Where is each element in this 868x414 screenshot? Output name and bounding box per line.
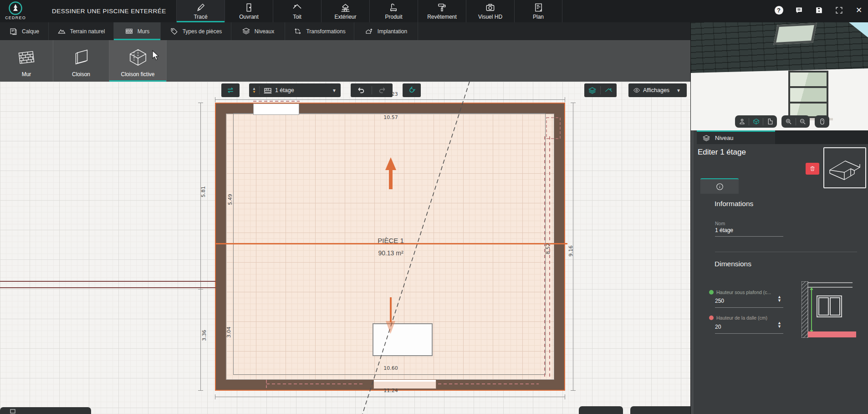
dim-line-bottom — [215, 397, 565, 397]
close-icon[interactable]: ✕ — [854, 5, 863, 15]
roof-view-icon[interactable] — [604, 86, 613, 95]
orbit-3d-icon[interactable] — [752, 118, 760, 125]
cedreo-logo[interactable]: CEDREO — [2, 0, 29, 22]
nom-input[interactable]: 1 étage — [715, 227, 733, 233]
ceiling-height-input[interactable]: 250 — [715, 298, 724, 304]
dim-line-left — [200, 103, 201, 391]
dim-tick — [215, 97, 215, 102]
fullscreen-icon[interactable] — [834, 5, 843, 15]
feedback-icon[interactable] — [794, 5, 803, 15]
wall-opening-top[interactable] — [253, 104, 299, 115]
dim-bottom-inner: 10.60 — [373, 365, 409, 371]
slab-height-input[interactable]: 20 — [715, 324, 721, 330]
magnet-snap-button[interactable] — [403, 83, 421, 97]
dim-tick — [565, 394, 565, 399]
levels-stack-icon — [242, 27, 250, 36]
reload-plan-button[interactable] — [221, 83, 240, 97]
preview-3d-viewport[interactable] — [690, 22, 868, 130]
slab-height-dot — [709, 316, 714, 320]
height-diagram — [802, 281, 856, 338]
niveau-panel: Niveau Editer 1 étage Informations Nom 1… — [690, 130, 868, 414]
room-object-rect[interactable] — [373, 323, 433, 356]
level-slab-icon — [824, 148, 865, 187]
house-placement-icon — [365, 27, 373, 36]
save-icon[interactable] — [814, 5, 823, 15]
delete-level-button[interactable] — [806, 163, 819, 175]
panel-tab-strip — [775, 130, 868, 144]
small-tool-icon — [10, 409, 15, 414]
exterior-icon — [340, 2, 351, 13]
redo-icon[interactable] — [378, 86, 387, 95]
tool-cloison[interactable]: Cloison — [53, 40, 109, 82]
undo-icon[interactable] — [357, 86, 366, 95]
diagram-slab-red — [808, 331, 856, 337]
transform-axes-icon — [293, 27, 302, 36]
undo-redo-group — [351, 83, 393, 97]
eye-icon — [633, 86, 640, 95]
nom-label: Nom — [715, 221, 725, 226]
bottom-left-toolbar[interactable] — [0, 407, 91, 414]
bottom-right-toolbar-2[interactable] — [630, 406, 694, 414]
dim-tick — [198, 289, 203, 290]
tab-ouvrant[interactable]: Ouvrant — [225, 0, 273, 22]
tab-revetement[interactable]: Revêtement — [418, 0, 466, 22]
help-icon[interactable]: ? — [774, 5, 783, 15]
level-spinner[interactable]: ▲▼ — [249, 87, 259, 93]
panel-tab-label: Niveau — [715, 135, 733, 141]
dim-right-outer: 9.16 — [568, 242, 574, 260]
tab-trace[interactable]: Tracé — [176, 0, 225, 22]
ribbon-tab-niveaux[interactable]: Niveaux — [231, 22, 285, 40]
brick-wall-icon — [125, 27, 133, 36]
tab-exterieur[interactable]: Extérieur — [321, 0, 369, 22]
tab-toit[interactable]: Toit — [273, 0, 321, 22]
ribbon-tab-types-de-pieces[interactable]: Types de pièces — [161, 22, 231, 40]
window-controls: ? ✕ — [774, 0, 863, 20]
ribbon-tab-implantation[interactable]: Implantation — [354, 22, 418, 40]
ceiling-height-stepper[interactable]: ▲▼ — [777, 295, 781, 302]
project-title: DESSINER UNE PISCINE ENTERRÉE — [52, 0, 166, 22]
level-selector[interactable]: ▲▼ 1 étage ▼ — [249, 83, 341, 97]
tab-visuel-hd[interactable]: Visuel HD — [466, 0, 514, 22]
room-area: 90.13 m² — [363, 249, 418, 257]
affichages-label: Affichages — [640, 87, 672, 93]
roof-icon — [292, 2, 302, 13]
informations-heading: Informations — [715, 200, 753, 208]
guide-line-maroon-2 — [0, 287, 216, 288]
ceiling-height-label: Hauteur sous plafond (c... — [716, 290, 771, 295]
mountain-icon — [57, 27, 66, 36]
tool-cloison-fictive[interactable]: Cloison fictive — [109, 40, 167, 82]
tag-icon — [170, 27, 179, 36]
zoom-out-icon[interactable] — [799, 118, 807, 125]
ribbon-tab-murs[interactable]: Murs — [114, 22, 161, 40]
tab-produit[interactable]: Produit — [369, 0, 418, 22]
mouse-icon[interactable] — [818, 118, 826, 125]
slab-height-stepper[interactable]: ▲▼ — [777, 321, 781, 328]
chevron-down-icon: ▼ — [328, 88, 341, 93]
person-view-icon[interactable] — [738, 118, 746, 125]
preview-zoom-group — [781, 115, 810, 128]
dim-tick — [571, 390, 576, 391]
panel-tab-niveau[interactable]: Niveau — [697, 130, 775, 144]
trash-icon — [809, 166, 816, 172]
ribbon-tab-terrain-naturel[interactable]: Terrain naturel — [49, 22, 114, 40]
ribbon-tab-calque[interactable]: Calque — [0, 22, 49, 40]
tool-mur[interactable]: Mur — [0, 40, 53, 82]
diagram-wall-hatch — [802, 281, 808, 338]
dim-left-upper-inner: 5.49 — [227, 191, 233, 209]
chevron-down-icon: ▼ — [672, 88, 685, 93]
bottom-right-toolbar-1[interactable] — [579, 406, 623, 414]
dim-bottom-outer: 11.24 — [373, 388, 409, 393]
tab-plan[interactable]: Plan — [514, 0, 562, 22]
section-view-icon[interactable] — [766, 118, 774, 125]
levels-stack-icon[interactable] — [588, 86, 597, 95]
wall-tools-strip: Mur Cloison Cloison fictive — [0, 40, 690, 82]
zoom-in-icon[interactable] — [785, 118, 792, 125]
panel-tab-informations[interactable] — [700, 178, 739, 194]
dim-left-lower-inner: 3.04 — [226, 323, 232, 342]
floorplan-canvas[interactable]: 11.23 10.57 5.81 5.49 3.36 3.04 8.52 9.1… — [0, 82, 690, 414]
section-divider — [715, 252, 857, 252]
ribbon-tab-transformations[interactable]: Transformations — [285, 22, 354, 40]
affichages-dropdown[interactable]: Affichages ▼ — [628, 83, 687, 97]
level-thumbnail[interactable] — [823, 147, 866, 188]
level-icon — [263, 86, 272, 95]
